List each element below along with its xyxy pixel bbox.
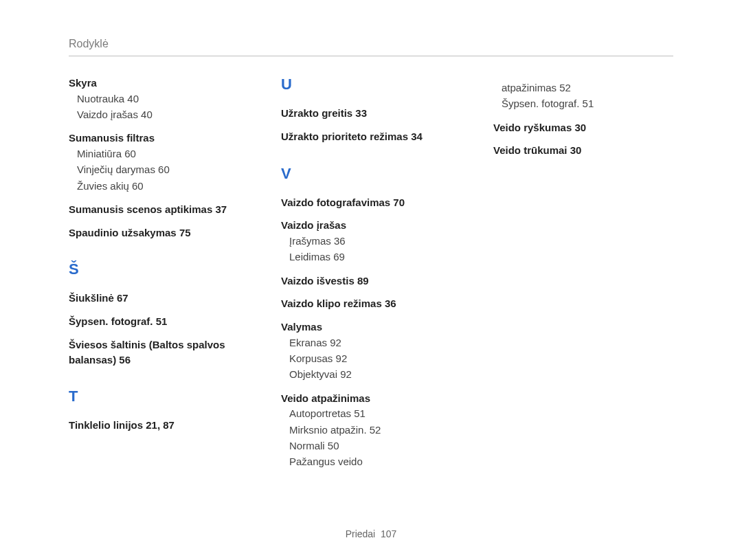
entry-head: Veido atpažinimas — [281, 391, 456, 406]
entry-veido-trukumai: Veido trūkumai 30 — [493, 143, 668, 158]
entry-sypsen: Šypsen. fotograf. 51 — [69, 314, 244, 329]
entry-veido-ryskumas: Veido ryškumas 30 — [493, 120, 668, 135]
entry-head: Šiukšlinė 67 — [69, 291, 244, 306]
page-footer: Priedai 107 — [0, 528, 742, 539]
entry-sub: Vaizdo įrašas 40 — [77, 107, 244, 122]
column-2: U Užrakto greitis 33 Užrakto prioriteto … — [281, 76, 456, 478]
entry-head: Šviesos šaltinis (Baltos spalvos balansa… — [69, 337, 244, 368]
entry-sub: Pažangus veido — [289, 453, 456, 469]
entry-sub: Objektyvai 92 — [289, 366, 456, 382]
entry-sub: Nuotrauka 40 — [77, 91, 244, 107]
entry-head: Veido trūkumai 30 — [493, 143, 668, 158]
column-3: atpažinimas 52 Šypsen. fotograf. 51 Veid… — [493, 76, 668, 478]
entry-head: Vaizdo išvestis 89 — [281, 273, 456, 289]
entry-sub: Žuvies akių 60 — [77, 178, 244, 194]
entry-vaizdo-irasas: Vaizdo įrašas Įrašymas 36 Leidimas 69 — [281, 218, 456, 265]
entry-head: Skyra — [69, 76, 244, 91]
entry-sub: atpažinimas 52 — [502, 80, 668, 96]
entry-sub: Vinječių darymas 60 — [77, 161, 244, 177]
entry-vaizdo-isvestis: Vaizdo išvestis 89 — [281, 273, 456, 289]
entry-head: Vaizdo fotografavimas 70 — [281, 195, 456, 210]
entry-head: Spaudinio užsakymas 75 — [69, 225, 244, 240]
entry-head: Sumanusis scenos aptikimas 37 — [69, 202, 244, 217]
entry-valymas: Valymas Ekranas 92 Korpusas 92 Objektyva… — [281, 320, 456, 383]
entry-sumanusis-filtras: Sumanusis filtras Miniatiūra 60 Vinječių… — [69, 131, 244, 194]
entry-uzrakto-prioriteto: Užrakto prioriteto režimas 34 — [281, 129, 456, 144]
section-letter-t: T — [69, 388, 244, 405]
entry-sub: Miniatiūra 60 — [77, 146, 244, 161]
column-1: Skyra Nuotrauka 40 Vaizdo įrašas 40 Suma… — [69, 76, 244, 478]
entry-head: Sumanusis filtras — [69, 131, 244, 146]
section-letter-u: U — [281, 76, 456, 93]
entry-sub: Šypsen. fotograf. 51 — [502, 96, 668, 111]
entry-uzrakto-greitis: Užrakto greitis 33 — [281, 106, 456, 121]
entry-head: Veido ryškumas 30 — [493, 120, 668, 135]
entry-vaizdo-foto: Vaizdo fotografavimas 70 — [281, 195, 456, 210]
index-columns: Skyra Nuotrauka 40 Vaizdo įrašas 40 Suma… — [69, 76, 673, 478]
entry-spaudinio: Spaudinio užsakymas 75 — [69, 225, 244, 240]
entry-head: Valymas — [281, 320, 456, 335]
entry-sub: Įrašymas 36 — [289, 233, 456, 249]
entry-sub: Leidimas 69 — [289, 249, 456, 265]
entry-head: Šypsen. fotograf. 51 — [69, 314, 244, 329]
entry-sub: Normali 50 — [289, 438, 456, 453]
entry-sub: Ekranas 92 — [289, 335, 456, 350]
entry-tinklelio: Tinklelio linijos 21, 87 — [69, 418, 244, 433]
footer-label: Priedai — [346, 528, 376, 539]
entry-sub: Korpusas 92 — [289, 350, 456, 366]
footer-page-number: 107 — [381, 528, 396, 539]
page-header: Rodyklė — [69, 38, 673, 56]
entry-head: Vaizdo klipo režimas 36 — [281, 296, 456, 311]
entry-vaizdo-klipo: Vaizdo klipo režimas 36 — [281, 296, 456, 311]
entry-sviesos: Šviesos šaltinis (Baltos spalvos balansa… — [69, 337, 244, 368]
entry-sub: Mirksnio atpažin. 52 — [289, 422, 456, 438]
entry-siuksline: Šiukšlinė 67 — [69, 291, 244, 306]
entry-sub: Autoportretas 51 — [289, 405, 456, 421]
entry-head: Tinklelio linijos 21, 87 — [69, 418, 244, 433]
section-letter-s-caron: Š — [69, 260, 244, 278]
entry-veido-atpazinimas: Veido atpažinimas Autoportretas 51 Mirks… — [281, 391, 456, 470]
entry-head: Vaizdo įrašas — [281, 218, 456, 233]
entry-head: Užrakto prioriteto režimas 34 — [281, 129, 456, 144]
entry-head: Užrakto greitis 33 — [281, 106, 456, 121]
entry-skyra: Skyra Nuotrauka 40 Vaizdo įrašas 40 — [69, 76, 244, 122]
entry-sumanusis-scenos: Sumanusis scenos aptikimas 37 — [69, 202, 244, 217]
section-letter-v: V — [281, 165, 456, 183]
page: Rodyklė Skyra Nuotrauka 40 Vaizdo įrašas… — [0, 0, 742, 560]
